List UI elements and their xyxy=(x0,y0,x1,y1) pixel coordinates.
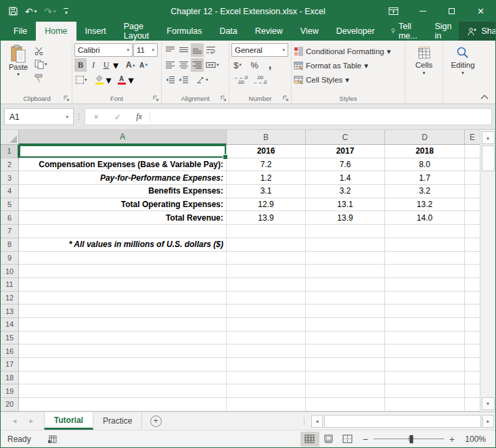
cell-C5[interactable]: 13.1 xyxy=(306,198,385,212)
font-dialog-launcher[interactable] xyxy=(153,95,159,102)
cell-styles-button[interactable]: Cell Styles ▾ xyxy=(294,72,403,87)
sheet-tab-tutorial[interactable]: Tutorial xyxy=(44,412,93,430)
increase-indent-button[interactable] xyxy=(177,73,190,87)
cell-D4[interactable]: 3.2 xyxy=(385,185,465,198)
align-middle-button[interactable] xyxy=(177,43,190,57)
increase-decimal-button[interactable]: ←←.0 .00 xyxy=(231,73,250,87)
cell-E19[interactable] xyxy=(465,384,480,398)
cell-C13[interactable] xyxy=(306,305,385,318)
horizontal-scrollbar-thumb[interactable] xyxy=(324,415,481,428)
format-as-table-button[interactable]: Format as Table ▾ xyxy=(294,58,403,72)
cell-A12[interactable] xyxy=(19,292,227,305)
cell-E20[interactable] xyxy=(465,398,480,411)
row-header-1[interactable]: 1 xyxy=(1,145,19,158)
column-header-C[interactable]: C xyxy=(306,130,385,145)
underline-button[interactable]: U xyxy=(100,58,112,72)
cell-C2[interactable]: 7.6 xyxy=(306,158,385,172)
cell-B10[interactable] xyxy=(227,265,306,278)
row-header-8[interactable]: 8 xyxy=(1,238,19,252)
sign-in-button[interactable]: Sign in xyxy=(427,22,459,41)
cell-D8[interactable] xyxy=(385,238,465,252)
cell-B9[interactable] xyxy=(227,252,306,265)
merge-center-button[interactable]: ▾ xyxy=(204,58,221,72)
zoom-slider-thumb[interactable] xyxy=(409,435,413,443)
cell-E6[interactable] xyxy=(465,211,480,225)
cell-E12[interactable] xyxy=(465,292,480,305)
maximize-button[interactable] xyxy=(437,1,466,22)
cell-E16[interactable] xyxy=(465,344,480,358)
view-page-layout-button[interactable] xyxy=(319,432,338,447)
sheet-nav-left-button[interactable]: ◄ xyxy=(12,418,18,424)
cell-B1[interactable]: 2016 xyxy=(227,145,306,158)
number-dialog-launcher[interactable] xyxy=(283,95,289,102)
cell-C7[interactable] xyxy=(306,225,385,238)
cell-C17[interactable] xyxy=(306,358,385,372)
cell-A2[interactable]: Compensation Expenses (Base & Variable P… xyxy=(19,158,227,172)
cell-B2[interactable]: 7.2 xyxy=(227,158,306,172)
row-header-5[interactable]: 5 xyxy=(1,198,19,212)
view-normal-button[interactable] xyxy=(300,432,319,447)
cell-A3[interactable]: Pay-for-Performance Expenses: xyxy=(19,171,227,185)
cell-E7[interactable] xyxy=(465,225,480,238)
zoom-level[interactable]: 100% xyxy=(460,434,495,444)
add-sheet-button[interactable]: + xyxy=(142,412,169,430)
cell-D5[interactable]: 13.2 xyxy=(385,198,465,212)
paste-button[interactable]: Paste ▾ xyxy=(4,43,32,93)
name-box[interactable]: A1 ▾ xyxy=(4,108,74,125)
tab-home[interactable]: Home xyxy=(36,22,76,41)
increase-font-size-button[interactable]: A▲ xyxy=(125,58,137,72)
cell-D12[interactable] xyxy=(385,292,465,305)
sheet-nav-right-button[interactable]: ► xyxy=(28,418,35,424)
cell-D14[interactable] xyxy=(385,318,465,332)
fill-color-button[interactable] xyxy=(93,73,106,87)
row-header-13[interactable]: 13 xyxy=(1,305,19,318)
row-header-16[interactable]: 16 xyxy=(1,344,19,358)
vertical-scrollbar-thumb[interactable] xyxy=(482,145,495,171)
tab-view[interactable]: View xyxy=(292,22,328,41)
vertical-scrollbar[interactable]: ▲ ▼ xyxy=(480,130,495,411)
row-header-9[interactable]: 9 xyxy=(1,252,19,265)
cell-A6[interactable]: Total Revenue: xyxy=(19,211,227,225)
cell-B17[interactable] xyxy=(227,358,306,372)
redo-button[interactable]: ↷ ▾ xyxy=(41,3,58,20)
tab-file[interactable]: File xyxy=(5,22,36,41)
orientation-button[interactable]: ▾ xyxy=(195,73,210,87)
macro-record-button[interactable] xyxy=(47,435,57,443)
cut-button[interactable] xyxy=(32,44,49,58)
cell-E13[interactable] xyxy=(465,305,480,318)
cell-B16[interactable] xyxy=(227,344,306,358)
accounting-format-button[interactable]: $ ▾ xyxy=(231,58,244,72)
row-header-6[interactable]: 6 xyxy=(1,211,19,225)
align-right-button[interactable] xyxy=(191,58,204,72)
cell-E14[interactable] xyxy=(465,318,480,332)
cell-C3[interactable]: 1.4 xyxy=(306,171,385,185)
close-button[interactable]: × xyxy=(466,1,495,22)
decrease-font-size-button[interactable]: A▼ xyxy=(138,58,150,72)
cell-B4[interactable]: 3.1 xyxy=(227,185,306,198)
share-button[interactable]: Share xyxy=(459,22,496,41)
tab-data[interactable]: Data xyxy=(210,22,246,41)
cell-C14[interactable] xyxy=(306,318,385,332)
cell-B7[interactable] xyxy=(227,225,306,238)
cell-A16[interactable] xyxy=(19,344,227,358)
row-header-15[interactable]: 15 xyxy=(1,332,19,345)
cell-B6[interactable]: 13.9 xyxy=(227,211,306,225)
save-button[interactable] xyxy=(6,3,20,20)
tab-insert[interactable]: Insert xyxy=(76,22,115,41)
cell-E3[interactable] xyxy=(465,171,480,185)
cell-D2[interactable]: 8.0 xyxy=(385,158,465,172)
cell-B15[interactable] xyxy=(227,332,306,345)
cell-C18[interactable] xyxy=(306,372,385,385)
wrap-text-button[interactable] xyxy=(204,43,217,57)
horizontal-scrollbar[interactable]: ◄ ► xyxy=(311,412,495,430)
cell-C20[interactable] xyxy=(306,398,385,411)
cell-A7[interactable] xyxy=(19,225,227,238)
align-bottom-button[interactable] xyxy=(191,43,204,57)
cell-A11[interactable] xyxy=(19,278,227,292)
cell-D15[interactable] xyxy=(385,332,465,345)
italic-button[interactable]: I xyxy=(87,58,99,72)
cell-C12[interactable] xyxy=(306,292,385,305)
cell-C10[interactable] xyxy=(306,265,385,278)
customize-quick-access-button[interactable]: ▾ xyxy=(61,3,71,20)
decrease-decimal-button[interactable]: .00 →→.0 xyxy=(250,73,269,87)
